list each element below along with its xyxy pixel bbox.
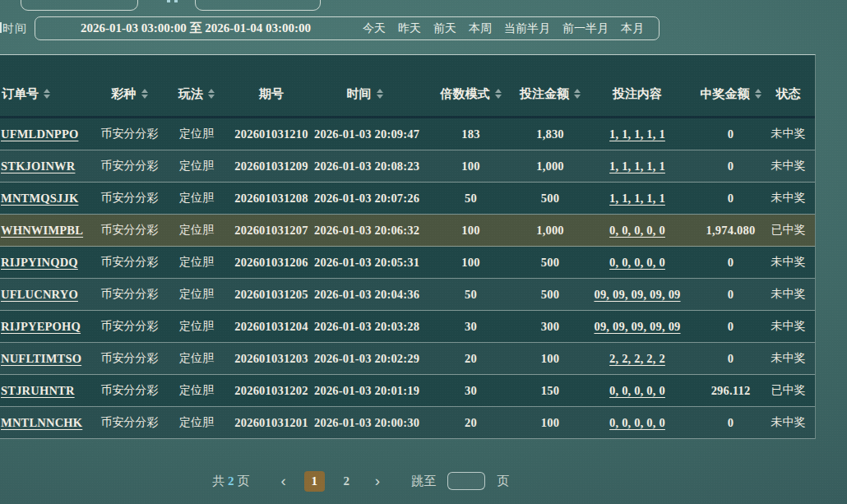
cell-time: 2026-01-03 20:01:19 [314, 384, 415, 398]
order-number-cell: MNTMQSJJK [0, 192, 95, 206]
column-header-label: 倍数模式 [441, 86, 490, 102]
cell-multiplier: 20 [465, 352, 477, 365]
cell-win_amount: 0 [701, 416, 761, 430]
bet-content-link[interactable]: 1, 1, 1, 1, 1 [609, 127, 665, 141]
cell-multiplier: 100 [415, 160, 526, 173]
cell-lottery: 币安分分彩 [101, 383, 159, 396]
page-number-button[interactable]: 1 [304, 471, 325, 492]
bet-content-link[interactable]: 1, 1, 1, 1, 1 [609, 160, 665, 173]
bet-content-link[interactable]: 0, 0, 0, 0, 0 [609, 416, 665, 429]
cell-status: 未中奖 [761, 255, 816, 270]
page-number-button[interactable]: 2 [336, 471, 357, 492]
cell-win_amount: 0 [701, 256, 761, 270]
cell-status: 未中奖 [771, 255, 806, 268]
cell-period: 202601031202 [234, 384, 308, 397]
next-page-button[interactable]: › [368, 471, 386, 491]
cell-bet_amount: 300 [526, 320, 574, 334]
cell-time: 2026-01-03 20:05:31 [314, 256, 419, 269]
quick-filter-button[interactable]: 当前半月 [504, 21, 550, 36]
cell-multiplier: 30 [415, 384, 526, 398]
column-header-1[interactable]: 彩种 [95, 86, 164, 102]
order-number-link[interactable]: UFMLDNPPO [1, 127, 78, 141]
quick-filter-button[interactable]: 本周 [469, 21, 492, 36]
column-header-label: 彩种 [112, 86, 137, 102]
column-header-5[interactable]: 倍数模式 [415, 86, 526, 102]
bet-content-link[interactable]: 1, 1, 1, 1, 1 [609, 192, 665, 205]
column-header-2[interactable]: 玩法 [164, 86, 229, 102]
order-number-link[interactable]: NUFLTIMTSO [1, 352, 81, 365]
cell-lottery: 币安分分彩 [95, 351, 164, 366]
cell-multiplier: 20 [465, 416, 477, 429]
cell-period: 202601031209 [229, 160, 314, 173]
order-number-cell: MNTLNNCHK [0, 416, 95, 430]
cell-play: 定位胆 [179, 287, 214, 300]
cell-play: 定位胆 [179, 191, 214, 204]
cell-time: 2026-01-03 20:06:32 [314, 224, 419, 237]
cell-time: 2026-01-03 20:03:28 [314, 320, 415, 334]
bet-content-link[interactable]: 09, 09, 09, 09, 09 [594, 288, 680, 301]
clipped-select-box[interactable] [195, 0, 321, 11]
order-number-link[interactable]: RIJPYINQDQ [1, 256, 78, 269]
cell-play: 定位胆 [179, 223, 214, 236]
cell-bet_amount: 500 [541, 192, 559, 205]
date-range-input[interactable]: 2026-01-03 03:00:00 至 2026-01-04 03:00:0… [35, 17, 356, 39]
column-header-0[interactable]: 订单号 [0, 86, 95, 102]
cell-status: 未中奖 [771, 159, 806, 172]
cell-bet_amount: 100 [541, 416, 559, 429]
prev-page-button[interactable]: ‹ [275, 471, 293, 491]
cell-bet_amount: 150 [541, 384, 559, 397]
order-number-cell: STJRUHNTR [0, 384, 95, 398]
cell-multiplier: 100 [461, 160, 479, 173]
cell-win_amount: 0 [728, 160, 734, 173]
jump-page-input[interactable] [447, 472, 485, 490]
quick-filter-button[interactable]: 前一半月 [562, 21, 609, 36]
cell-period: 202601031203 [234, 352, 308, 365]
cell-play: 定位胆 [179, 159, 214, 172]
bet-content-cell: 0, 0, 0, 0, 0 [574, 384, 701, 398]
order-number-link[interactable]: STKJOINWR [1, 160, 75, 173]
bet-content-cell: 0, 0, 0, 0, 0 [574, 416, 701, 430]
bet-content-cell: 1, 1, 1, 1, 1 [574, 160, 701, 173]
order-number-link[interactable]: RIJPYEPOHQ [1, 320, 81, 333]
bet-content-link[interactable]: 2, 2, 2, 2, 2 [609, 352, 665, 365]
bet-content-link[interactable]: 09, 09, 09, 09, 09 [594, 320, 680, 333]
sort-caret-icon [141, 89, 148, 99]
bet-content-link[interactable]: 0, 0, 0, 0, 0 [609, 224, 665, 237]
total-pages-count: 2 [228, 474, 234, 488]
cell-win_amount: 0 [701, 127, 761, 141]
order-number-link[interactable]: MNTLNNCHK [1, 416, 82, 429]
table-row: RIJPYINQDQ币安分分彩定位胆2026010312062026-01-03… [0, 247, 815, 279]
quick-filter-button[interactable]: 本月 [621, 21, 644, 36]
clipped-select-box[interactable] [21, 0, 138, 11]
cell-period: 202601031205 [234, 288, 308, 301]
cell-status: 未中奖 [761, 319, 816, 334]
column-header-8[interactable]: 中奖金额 [701, 86, 761, 102]
quick-filter-button[interactable]: 昨天 [398, 21, 421, 36]
cell-play: 定位胆 [164, 255, 229, 270]
cell-lottery: 币安分分彩 [95, 383, 164, 398]
total-pages: 共 2 页 [212, 474, 250, 489]
column-header-label: 状态 [776, 86, 801, 102]
quick-filter-button[interactable]: 今天 [363, 21, 386, 36]
cell-status: 未中奖 [771, 127, 806, 140]
cell-lottery: 币安分分彩 [95, 287, 164, 302]
order-number-link[interactable]: MNTMQSJJK [1, 192, 78, 205]
cell-multiplier: 30 [465, 320, 477, 333]
column-header-4[interactable]: 时间 [314, 86, 415, 102]
cell-win_amount: 0 [728, 352, 734, 365]
bet-content-cell: 2, 2, 2, 2, 2 [574, 352, 701, 366]
order-number-link[interactable]: STJRUHNTR [1, 384, 75, 397]
bet-content-link[interactable]: 0, 0, 0, 0, 0 [609, 384, 665, 397]
quick-filter-button[interactable]: 前天 [433, 21, 456, 36]
cell-period: 202601031207 [229, 224, 314, 238]
cell-bet_amount: 500 [541, 288, 559, 301]
cell-win_amount: 296.112 [711, 384, 751, 397]
order-number-link[interactable]: WHNWIMPBL [1, 224, 83, 237]
order-number-link[interactable]: UFLUCNRYO [1, 288, 78, 301]
cell-win_amount: 0 [728, 288, 734, 301]
column-header-6[interactable]: 投注金额 [526, 86, 574, 102]
bet-content-link[interactable]: 0, 0, 0, 0, 0 [609, 256, 665, 269]
cell-time: 2026-01-03 20:05:31 [314, 256, 415, 270]
cell-lottery: 币安分分彩 [95, 255, 164, 270]
cell-time: 2026-01-03 20:09:47 [314, 127, 419, 141]
